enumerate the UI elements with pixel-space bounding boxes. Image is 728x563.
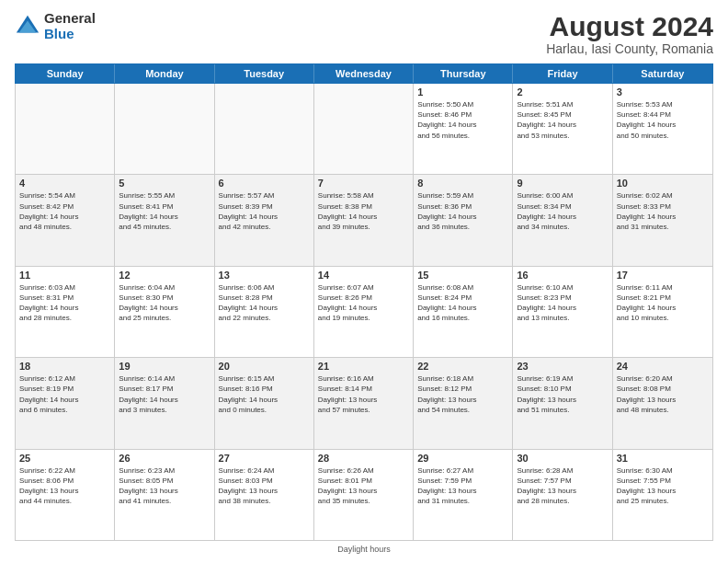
- calendar-cell: 3Sunrise: 5:53 AM Sunset: 8:44 PM Daylig…: [613, 84, 712, 174]
- day-number: 9: [517, 178, 608, 189]
- calendar-cell: 20Sunrise: 6:15 AM Sunset: 8:16 PM Dayli…: [215, 358, 314, 448]
- calendar-cell: 6Sunrise: 5:57 AM Sunset: 8:39 PM Daylig…: [215, 175, 314, 265]
- day-number: 23: [517, 361, 608, 372]
- calendar: SundayMondayTuesdayWednesdayThursdayFrid…: [15, 63, 713, 541]
- day-info: Sunrise: 6:12 AM Sunset: 8:19 PM Dayligh…: [19, 373, 110, 415]
- day-info: Sunrise: 6:06 AM Sunset: 8:28 PM Dayligh…: [219, 282, 310, 324]
- calendar-row: 25Sunrise: 6:22 AM Sunset: 8:06 PM Dayli…: [16, 450, 712, 540]
- day-number: 11: [19, 270, 110, 281]
- calendar-body: 1Sunrise: 5:50 AM Sunset: 8:46 PM Daylig…: [15, 84, 713, 541]
- calendar-cell: 18Sunrise: 6:12 AM Sunset: 8:19 PM Dayli…: [16, 358, 115, 448]
- calendar-cell: 26Sunrise: 6:23 AM Sunset: 8:05 PM Dayli…: [115, 450, 214, 540]
- day-info: Sunrise: 6:10 AM Sunset: 8:23 PM Dayligh…: [517, 282, 608, 324]
- calendar-row: 4Sunrise: 5:54 AM Sunset: 8:42 PM Daylig…: [16, 175, 712, 266]
- day-number: 21: [318, 361, 409, 372]
- calendar-cell: 4Sunrise: 5:54 AM Sunset: 8:42 PM Daylig…: [16, 175, 115, 265]
- day-number: 6: [219, 178, 310, 189]
- day-info: Sunrise: 6:27 AM Sunset: 7:59 PM Dayligh…: [417, 465, 508, 507]
- calendar-cell: 24Sunrise: 6:20 AM Sunset: 8:08 PM Dayli…: [613, 358, 712, 448]
- logo: General Blue: [15, 11, 96, 41]
- calendar-row: 11Sunrise: 6:03 AM Sunset: 8:31 PM Dayli…: [16, 267, 712, 358]
- calendar-header: SundayMondayTuesdayWednesdayThursdayFrid…: [15, 63, 713, 84]
- day-info: Sunrise: 5:59 AM Sunset: 8:36 PM Dayligh…: [417, 190, 508, 232]
- weekday-header: Tuesday: [215, 64, 314, 83]
- day-number: 3: [617, 86, 709, 98]
- calendar-row: 18Sunrise: 6:12 AM Sunset: 8:19 PM Dayli…: [16, 358, 712, 449]
- day-number: 8: [417, 178, 508, 189]
- calendar-cell: 10Sunrise: 6:02 AM Sunset: 8:33 PM Dayli…: [613, 175, 712, 265]
- day-number: 5: [119, 178, 210, 189]
- calendar-cell: 15Sunrise: 6:08 AM Sunset: 8:24 PM Dayli…: [414, 267, 513, 357]
- calendar-cell: 19Sunrise: 6:14 AM Sunset: 8:17 PM Dayli…: [115, 358, 214, 448]
- day-number: 30: [517, 453, 608, 464]
- day-info: Sunrise: 6:11 AM Sunset: 8:21 PM Dayligh…: [617, 282, 709, 324]
- day-number: 7: [318, 178, 409, 189]
- day-info: Sunrise: 5:51 AM Sunset: 8:45 PM Dayligh…: [517, 99, 608, 141]
- calendar-cell: 29Sunrise: 6:27 AM Sunset: 7:59 PM Dayli…: [414, 450, 513, 540]
- day-number: 24: [617, 361, 709, 372]
- weekday-header: Sunday: [16, 64, 115, 83]
- day-info: Sunrise: 5:55 AM Sunset: 8:41 PM Dayligh…: [119, 190, 210, 232]
- calendar-cell: 7Sunrise: 5:58 AM Sunset: 8:38 PM Daylig…: [314, 175, 414, 265]
- day-info: Sunrise: 6:07 AM Sunset: 8:26 PM Dayligh…: [318, 282, 409, 324]
- calendar-cell: [115, 84, 214, 174]
- weekday-header: Friday: [513, 64, 612, 83]
- day-number: 29: [417, 453, 508, 464]
- day-info: Sunrise: 6:14 AM Sunset: 8:17 PM Dayligh…: [119, 373, 210, 415]
- day-number: 31: [617, 453, 709, 464]
- day-number: 2: [517, 86, 608, 98]
- page: General Blue August 2024 Harlau, Iasi Co…: [0, 0, 728, 563]
- calendar-cell: [215, 84, 314, 174]
- logo-icon: [15, 14, 40, 40]
- calendar-cell: 1Sunrise: 5:50 AM Sunset: 8:46 PM Daylig…: [414, 84, 513, 174]
- day-number: 15: [417, 270, 508, 281]
- day-info: Sunrise: 6:04 AM Sunset: 8:30 PM Dayligh…: [119, 282, 210, 324]
- subtitle: Harlau, Iasi County, Romania: [546, 41, 713, 56]
- calendar-cell: 16Sunrise: 6:10 AM Sunset: 8:23 PM Dayli…: [513, 267, 612, 357]
- day-number: 20: [219, 361, 310, 372]
- day-number: 26: [119, 453, 210, 464]
- logo-blue: Blue: [44, 27, 96, 42]
- calendar-cell: 17Sunrise: 6:11 AM Sunset: 8:21 PM Dayli…: [613, 267, 712, 357]
- day-info: Sunrise: 5:53 AM Sunset: 8:44 PM Dayligh…: [617, 99, 709, 141]
- day-number: 25: [19, 453, 110, 464]
- calendar-cell: 27Sunrise: 6:24 AM Sunset: 8:03 PM Dayli…: [215, 450, 314, 540]
- day-info: Sunrise: 6:08 AM Sunset: 8:24 PM Dayligh…: [417, 282, 508, 324]
- day-info: Sunrise: 6:16 AM Sunset: 8:14 PM Dayligh…: [318, 373, 409, 415]
- day-number: 16: [517, 270, 608, 281]
- calendar-cell: [16, 84, 115, 174]
- calendar-cell: 12Sunrise: 6:04 AM Sunset: 8:30 PM Dayli…: [115, 267, 214, 357]
- weekday-header: Monday: [115, 64, 214, 83]
- logo-text: General Blue: [44, 11, 96, 41]
- calendar-cell: 9Sunrise: 6:00 AM Sunset: 8:34 PM Daylig…: [513, 175, 612, 265]
- day-number: 14: [318, 270, 409, 281]
- weekday-header: Saturday: [613, 64, 712, 83]
- calendar-cell: 21Sunrise: 6:16 AM Sunset: 8:14 PM Dayli…: [314, 358, 414, 448]
- calendar-cell: 23Sunrise: 6:19 AM Sunset: 8:10 PM Dayli…: [513, 358, 612, 448]
- calendar-cell: 13Sunrise: 6:06 AM Sunset: 8:28 PM Dayli…: [215, 267, 314, 357]
- day-number: 19: [119, 361, 210, 372]
- calendar-cell: 31Sunrise: 6:30 AM Sunset: 7:55 PM Dayli…: [613, 450, 712, 540]
- day-number: 22: [417, 361, 508, 372]
- day-info: Sunrise: 5:50 AM Sunset: 8:46 PM Dayligh…: [417, 99, 508, 141]
- calendar-row: 1Sunrise: 5:50 AM Sunset: 8:46 PM Daylig…: [16, 84, 712, 175]
- calendar-cell: 2Sunrise: 5:51 AM Sunset: 8:45 PM Daylig…: [513, 84, 612, 174]
- day-info: Sunrise: 6:00 AM Sunset: 8:34 PM Dayligh…: [517, 190, 608, 232]
- calendar-cell: 25Sunrise: 6:22 AM Sunset: 8:06 PM Dayli…: [16, 450, 115, 540]
- day-info: Sunrise: 6:28 AM Sunset: 7:57 PM Dayligh…: [517, 465, 608, 507]
- day-info: Sunrise: 6:22 AM Sunset: 8:06 PM Dayligh…: [19, 465, 110, 507]
- calendar-cell: [314, 84, 414, 174]
- day-info: Sunrise: 5:57 AM Sunset: 8:39 PM Dayligh…: [219, 190, 310, 232]
- day-info: Sunrise: 5:58 AM Sunset: 8:38 PM Dayligh…: [318, 190, 409, 232]
- day-info: Sunrise: 6:15 AM Sunset: 8:16 PM Dayligh…: [219, 373, 310, 415]
- header: General Blue August 2024 Harlau, Iasi Co…: [15, 11, 713, 56]
- day-number: 18: [19, 361, 110, 372]
- calendar-cell: 22Sunrise: 6:18 AM Sunset: 8:12 PM Dayli…: [414, 358, 513, 448]
- weekday-header: Wednesday: [314, 64, 414, 83]
- day-info: Sunrise: 6:24 AM Sunset: 8:03 PM Dayligh…: [219, 465, 310, 507]
- calendar-cell: 30Sunrise: 6:28 AM Sunset: 7:57 PM Dayli…: [513, 450, 612, 540]
- calendar-cell: 5Sunrise: 5:55 AM Sunset: 8:41 PM Daylig…: [115, 175, 214, 265]
- calendar-cell: 8Sunrise: 5:59 AM Sunset: 8:36 PM Daylig…: [414, 175, 513, 265]
- calendar-cell: 28Sunrise: 6:26 AM Sunset: 8:01 PM Dayli…: [314, 450, 414, 540]
- calendar-cell: 14Sunrise: 6:07 AM Sunset: 8:26 PM Dayli…: [314, 267, 414, 357]
